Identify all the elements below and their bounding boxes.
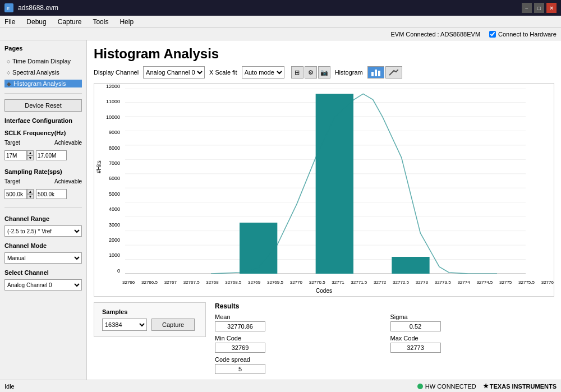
diamond-icon: ◇	[7, 59, 10, 64]
select-channel-select[interactable]: Analog Channel 0	[4, 279, 82, 290]
select-channel-title: Select Channel	[4, 269, 82, 276]
sampling-spin-buttons: ▲ ▼	[27, 189, 34, 199]
samples-row: 16384 Capture	[102, 319, 195, 331]
sampling-achievable-label: Achievable	[54, 178, 82, 185]
app-icon: E	[4, 3, 13, 12]
menu-bar: File Debug Capture Tools Help	[0, 16, 561, 28]
sidebar-item-time-domain-label: Time Domain Display	[12, 58, 71, 64]
green-dot-icon	[417, 384, 423, 389]
connect-hardware-label: Connect to Hardware	[498, 31, 557, 38]
sidebar-item-histogram[interactable]: ◆ Histogram Analysis	[4, 80, 82, 87]
settings-icon-button[interactable]: ⚙	[305, 66, 317, 79]
min-code-item: Min Code	[215, 335, 379, 353]
toolbar-icon-group: ⊞ ⚙ 📷	[291, 66, 330, 79]
histogram-label: Histogram	[335, 69, 363, 76]
sidebar: Pages ◇ Time Domain Display ◇ Spectral A…	[0, 40, 87, 380]
sampling-target-spinbox: ▲ ▼	[4, 189, 34, 199]
sclk-inputs: ▲ ▼	[4, 150, 82, 160]
y-axis-labels: 12000 11000 10000 9000 8000 7000 6000 50…	[94, 84, 122, 274]
channel-mode-select[interactable]: Manual	[4, 252, 82, 264]
svg-rect-4	[378, 71, 380, 76]
min-code-value	[215, 343, 265, 353]
sidebar-item-time-domain[interactable]: ◇ Time Domain Display	[4, 57, 82, 65]
chart-toolbar: Display Channel Analog Channel 0 X Scale…	[94, 66, 554, 79]
sigma-label: Sigma	[390, 313, 555, 320]
display-channel-label: Display Channel	[94, 69, 139, 76]
evm-connected-label: EVM Connected : ADS8688EVM	[390, 31, 480, 38]
sampling-up-button[interactable]: ▲	[27, 189, 34, 194]
connect-hardware-checkbox[interactable]	[489, 31, 496, 38]
sclk-target-input[interactable]	[4, 150, 27, 160]
sigma-item: Sigma	[390, 313, 555, 331]
sampling-down-button[interactable]: ▼	[27, 194, 34, 199]
results-grid: Mean Sigma Min Code Max Code	[215, 313, 554, 374]
pages-title: Pages	[4, 45, 82, 52]
sampling-target-label: Target	[4, 178, 20, 185]
diamond-icon-2: ◇	[7, 70, 10, 75]
device-reset-button[interactable]: Device Reset	[4, 99, 82, 112]
interface-config-title: Interface Configuration	[4, 117, 82, 124]
sampling-labels: Target Achievable	[4, 178, 82, 185]
maximize-button[interactable]: □	[534, 3, 544, 13]
sclk-labels: Target Achievable	[4, 140, 82, 146]
minimize-button[interactable]: −	[522, 3, 532, 13]
menu-file[interactable]: File	[2, 17, 17, 27]
sclk-achievable-label: Achievable	[54, 140, 82, 146]
histogram-bar-1	[240, 223, 277, 274]
main-layout: Pages ◇ Time Domain Display ◇ Spectral A…	[0, 40, 561, 380]
sampling-target-input[interactable]	[4, 189, 27, 199]
hw-connected-label: HW CONNECTED	[425, 383, 476, 390]
sampling-section-title: Sampling Rate(sps)	[4, 168, 82, 175]
channel-range-title: Channel Range	[4, 215, 82, 222]
sclk-up-button[interactable]: ▲	[27, 150, 34, 155]
grid-icon-button[interactable]: ⊞	[291, 66, 304, 79]
connect-to-hardware-row: Connect to Hardware	[489, 31, 557, 38]
bar-chart-icon-button[interactable]	[367, 66, 384, 79]
svg-rect-2	[371, 72, 374, 76]
status-right: HW CONNECTED ★ TEXAS INSTRUMENTS	[417, 382, 557, 390]
code-spread-value	[215, 364, 265, 374]
y-axis-title: #Hits	[96, 164, 102, 173]
xscale-select[interactable]: Auto mode	[242, 66, 284, 79]
sidebar-divider-2	[4, 207, 82, 207]
sclk-achievable-input	[36, 150, 67, 160]
svg-rect-3	[375, 70, 377, 76]
title-bar: E ads8688.evm − □ ✕	[0, 0, 561, 16]
line-chart-icon-button[interactable]	[385, 66, 402, 79]
menu-tools[interactable]: Tools	[90, 17, 111, 27]
menu-debug[interactable]: Debug	[24, 17, 48, 27]
histogram-chart: 12000 11000 10000 9000 8000 7000 6000 50…	[94, 83, 554, 297]
sigma-value	[390, 321, 441, 331]
x-axis-labels: 32766 32766.5 32767 32767.5 32768 32768.…	[122, 280, 554, 285]
menu-capture[interactable]: Capture	[56, 17, 84, 27]
samples-label: Samples	[102, 308, 127, 315]
ti-star-icon: ★	[483, 382, 489, 390]
sidebar-divider-1	[4, 93, 82, 94]
max-code-label: Max Code	[390, 335, 555, 342]
histogram-bar-3	[392, 257, 429, 274]
sclk-target-label: Target	[4, 140, 20, 146]
histogram-bar-2	[316, 94, 353, 274]
chart-inner: 12000 11000 10000 9000 8000 7000 6000 50…	[94, 84, 554, 296]
bottom-panel: Samples 16384 Capture Results Mean S	[94, 302, 554, 374]
camera-icon-button[interactable]: 📷	[318, 66, 330, 79]
mean-item: Mean	[215, 313, 379, 331]
channel-range-select[interactable]: (-2.5 to 2.5) * Vref	[4, 225, 82, 237]
hw-connected-indicator: HW CONNECTED	[417, 383, 476, 390]
menu-help[interactable]: Help	[117, 17, 136, 27]
sclk-spin-buttons: ▲ ▼	[27, 150, 34, 160]
samples-select[interactable]: 16384	[102, 319, 147, 331]
max-code-item: Max Code	[390, 335, 555, 353]
sclk-section-title: SCLK Frequency(Hz)	[4, 130, 82, 136]
page-title: Histogram Analysis	[94, 46, 554, 62]
status-bar: Idle HW CONNECTED ★ TEXAS INSTRUMENTS	[0, 380, 561, 392]
sidebar-item-spectral[interactable]: ◇ Spectral Analysis	[4, 68, 82, 76]
capture-button[interactable]: Capture	[151, 319, 195, 331]
display-channel-select[interactable]: Analog Channel 0	[143, 66, 205, 79]
close-button[interactable]: ✕	[546, 3, 557, 13]
sampling-achievable-input	[36, 189, 67, 199]
sclk-down-button[interactable]: ▼	[27, 155, 34, 160]
results-title: Results	[215, 302, 554, 310]
mean-value	[215, 321, 265, 331]
bullet-icon: ◆	[7, 81, 11, 87]
